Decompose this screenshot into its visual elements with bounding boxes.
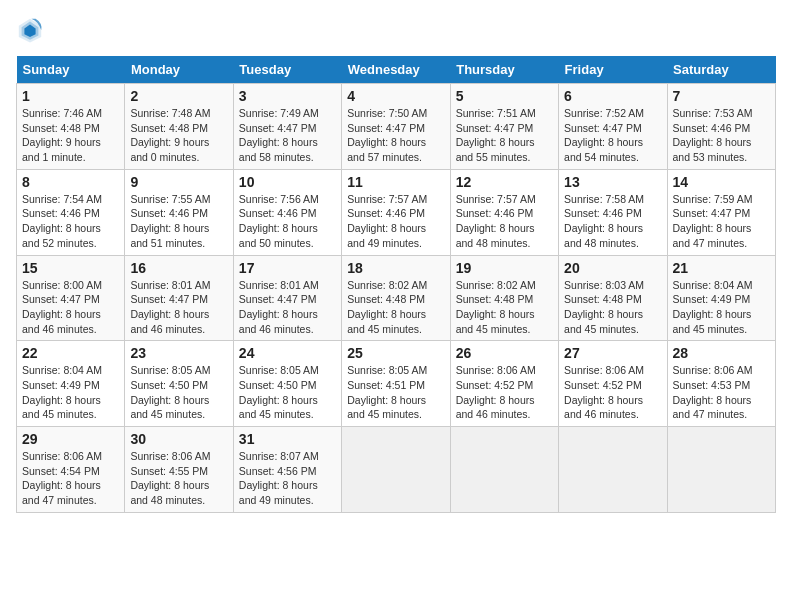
day-info: Sunrise: 8:07 AM Sunset: 4:56 PM Dayligh… — [239, 449, 336, 508]
day-number: 24 — [239, 345, 336, 361]
calendar-cell: 27Sunrise: 8:06 AM Sunset: 4:52 PM Dayli… — [559, 341, 667, 427]
calendar-cell: 24Sunrise: 8:05 AM Sunset: 4:50 PM Dayli… — [233, 341, 341, 427]
day-number: 3 — [239, 88, 336, 104]
calendar-cell: 21Sunrise: 8:04 AM Sunset: 4:49 PM Dayli… — [667, 255, 775, 341]
calendar-cell: 23Sunrise: 8:05 AM Sunset: 4:50 PM Dayli… — [125, 341, 233, 427]
day-info: Sunrise: 7:50 AM Sunset: 4:47 PM Dayligh… — [347, 106, 444, 165]
day-number: 23 — [130, 345, 227, 361]
calendar-cell: 9Sunrise: 7:55 AM Sunset: 4:46 PM Daylig… — [125, 169, 233, 255]
day-header-thursday: Thursday — [450, 56, 558, 84]
day-info: Sunrise: 8:04 AM Sunset: 4:49 PM Dayligh… — [22, 363, 119, 422]
calendar-cell — [342, 427, 450, 513]
calendar-cell: 22Sunrise: 8:04 AM Sunset: 4:49 PM Dayli… — [17, 341, 125, 427]
day-number: 14 — [673, 174, 770, 190]
day-info: Sunrise: 7:52 AM Sunset: 4:47 PM Dayligh… — [564, 106, 661, 165]
day-info: Sunrise: 7:48 AM Sunset: 4:48 PM Dayligh… — [130, 106, 227, 165]
day-number: 9 — [130, 174, 227, 190]
day-number: 31 — [239, 431, 336, 447]
day-info: Sunrise: 7:51 AM Sunset: 4:47 PM Dayligh… — [456, 106, 553, 165]
calendar-cell: 31Sunrise: 8:07 AM Sunset: 4:56 PM Dayli… — [233, 427, 341, 513]
day-header-tuesday: Tuesday — [233, 56, 341, 84]
day-info: Sunrise: 7:46 AM Sunset: 4:48 PM Dayligh… — [22, 106, 119, 165]
calendar-cell: 25Sunrise: 8:05 AM Sunset: 4:51 PM Dayli… — [342, 341, 450, 427]
calendar-cell: 17Sunrise: 8:01 AM Sunset: 4:47 PM Dayli… — [233, 255, 341, 341]
day-number: 25 — [347, 345, 444, 361]
day-header-friday: Friday — [559, 56, 667, 84]
day-number: 19 — [456, 260, 553, 276]
calendar-cell: 4Sunrise: 7:50 AM Sunset: 4:47 PM Daylig… — [342, 84, 450, 170]
calendar-cell: 20Sunrise: 8:03 AM Sunset: 4:48 PM Dayli… — [559, 255, 667, 341]
calendar-week-5: 29Sunrise: 8:06 AM Sunset: 4:54 PM Dayli… — [17, 427, 776, 513]
calendar-cell — [667, 427, 775, 513]
day-info: Sunrise: 7:58 AM Sunset: 4:46 PM Dayligh… — [564, 192, 661, 251]
day-number: 22 — [22, 345, 119, 361]
calendar-cell: 6Sunrise: 7:52 AM Sunset: 4:47 PM Daylig… — [559, 84, 667, 170]
day-number: 16 — [130, 260, 227, 276]
calendar-cell: 19Sunrise: 8:02 AM Sunset: 4:48 PM Dayli… — [450, 255, 558, 341]
day-number: 5 — [456, 88, 553, 104]
calendar-table: SundayMondayTuesdayWednesdayThursdayFrid… — [16, 56, 776, 513]
calendar-cell — [559, 427, 667, 513]
page-header — [16, 16, 776, 44]
calendar-week-4: 22Sunrise: 8:04 AM Sunset: 4:49 PM Dayli… — [17, 341, 776, 427]
day-number: 4 — [347, 88, 444, 104]
day-number: 29 — [22, 431, 119, 447]
calendar-cell: 30Sunrise: 8:06 AM Sunset: 4:55 PM Dayli… — [125, 427, 233, 513]
calendar-cell: 28Sunrise: 8:06 AM Sunset: 4:53 PM Dayli… — [667, 341, 775, 427]
day-info: Sunrise: 8:04 AM Sunset: 4:49 PM Dayligh… — [673, 278, 770, 337]
day-header-monday: Monday — [125, 56, 233, 84]
day-header-sunday: Sunday — [17, 56, 125, 84]
day-info: Sunrise: 7:56 AM Sunset: 4:46 PM Dayligh… — [239, 192, 336, 251]
day-info: Sunrise: 8:06 AM Sunset: 4:52 PM Dayligh… — [564, 363, 661, 422]
day-number: 13 — [564, 174, 661, 190]
calendar-cell: 2Sunrise: 7:48 AM Sunset: 4:48 PM Daylig… — [125, 84, 233, 170]
day-info: Sunrise: 8:00 AM Sunset: 4:47 PM Dayligh… — [22, 278, 119, 337]
day-info: Sunrise: 7:59 AM Sunset: 4:47 PM Dayligh… — [673, 192, 770, 251]
day-number: 11 — [347, 174, 444, 190]
day-info: Sunrise: 8:05 AM Sunset: 4:50 PM Dayligh… — [239, 363, 336, 422]
day-info: Sunrise: 8:01 AM Sunset: 4:47 PM Dayligh… — [130, 278, 227, 337]
calendar-cell: 3Sunrise: 7:49 AM Sunset: 4:47 PM Daylig… — [233, 84, 341, 170]
day-number: 20 — [564, 260, 661, 276]
calendar-cell: 7Sunrise: 7:53 AM Sunset: 4:46 PM Daylig… — [667, 84, 775, 170]
calendar-cell — [450, 427, 558, 513]
day-number: 18 — [347, 260, 444, 276]
day-header-wednesday: Wednesday — [342, 56, 450, 84]
day-number: 30 — [130, 431, 227, 447]
day-number: 27 — [564, 345, 661, 361]
calendar-cell: 12Sunrise: 7:57 AM Sunset: 4:46 PM Dayli… — [450, 169, 558, 255]
day-number: 21 — [673, 260, 770, 276]
day-number: 2 — [130, 88, 227, 104]
calendar-week-1: 1Sunrise: 7:46 AM Sunset: 4:48 PM Daylig… — [17, 84, 776, 170]
day-info: Sunrise: 7:57 AM Sunset: 4:46 PM Dayligh… — [347, 192, 444, 251]
day-info: Sunrise: 8:02 AM Sunset: 4:48 PM Dayligh… — [456, 278, 553, 337]
calendar-cell: 26Sunrise: 8:06 AM Sunset: 4:52 PM Dayli… — [450, 341, 558, 427]
day-info: Sunrise: 7:49 AM Sunset: 4:47 PM Dayligh… — [239, 106, 336, 165]
day-info: Sunrise: 8:06 AM Sunset: 4:55 PM Dayligh… — [130, 449, 227, 508]
day-number: 28 — [673, 345, 770, 361]
calendar-cell: 16Sunrise: 8:01 AM Sunset: 4:47 PM Dayli… — [125, 255, 233, 341]
day-number: 10 — [239, 174, 336, 190]
calendar-week-3: 15Sunrise: 8:00 AM Sunset: 4:47 PM Dayli… — [17, 255, 776, 341]
day-number: 7 — [673, 88, 770, 104]
day-header-saturday: Saturday — [667, 56, 775, 84]
day-info: Sunrise: 8:01 AM Sunset: 4:47 PM Dayligh… — [239, 278, 336, 337]
calendar-cell: 11Sunrise: 7:57 AM Sunset: 4:46 PM Dayli… — [342, 169, 450, 255]
calendar-cell: 8Sunrise: 7:54 AM Sunset: 4:46 PM Daylig… — [17, 169, 125, 255]
day-number: 12 — [456, 174, 553, 190]
day-info: Sunrise: 8:03 AM Sunset: 4:48 PM Dayligh… — [564, 278, 661, 337]
calendar-cell: 5Sunrise: 7:51 AM Sunset: 4:47 PM Daylig… — [450, 84, 558, 170]
calendar-cell: 13Sunrise: 7:58 AM Sunset: 4:46 PM Dayli… — [559, 169, 667, 255]
calendar-cell: 14Sunrise: 7:59 AM Sunset: 4:47 PM Dayli… — [667, 169, 775, 255]
calendar-cell: 10Sunrise: 7:56 AM Sunset: 4:46 PM Dayli… — [233, 169, 341, 255]
logo — [16, 16, 48, 44]
day-info: Sunrise: 7:53 AM Sunset: 4:46 PM Dayligh… — [673, 106, 770, 165]
day-info: Sunrise: 7:55 AM Sunset: 4:46 PM Dayligh… — [130, 192, 227, 251]
day-number: 8 — [22, 174, 119, 190]
calendar-week-2: 8Sunrise: 7:54 AM Sunset: 4:46 PM Daylig… — [17, 169, 776, 255]
calendar-cell: 29Sunrise: 8:06 AM Sunset: 4:54 PM Dayli… — [17, 427, 125, 513]
calendar-cell: 15Sunrise: 8:00 AM Sunset: 4:47 PM Dayli… — [17, 255, 125, 341]
day-info: Sunrise: 8:06 AM Sunset: 4:52 PM Dayligh… — [456, 363, 553, 422]
day-number: 1 — [22, 88, 119, 104]
logo-icon — [16, 16, 44, 44]
